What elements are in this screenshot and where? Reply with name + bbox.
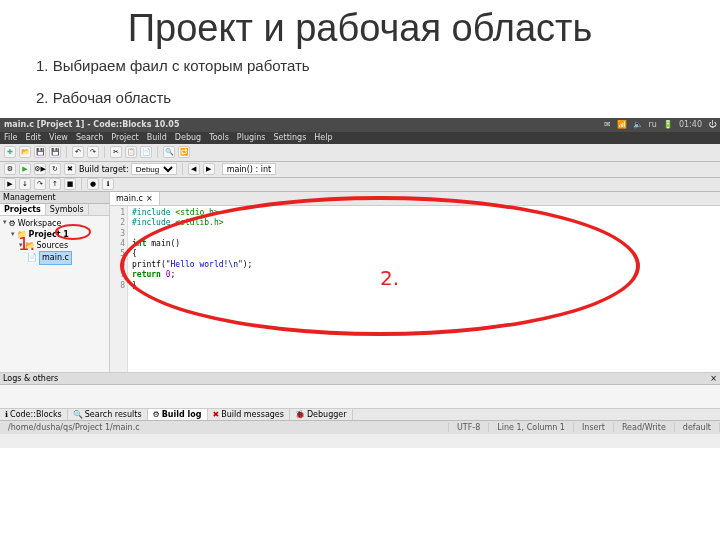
window-titlebar: main.c [Project 1] - Code::Blocks 10.05 …: [0, 118, 720, 132]
cut-icon[interactable]: ✂: [110, 146, 122, 158]
debug-toolbar: ▶ ↓ ↷ ↑ ■ ● ℹ: [0, 178, 720, 192]
build-run-icon[interactable]: ⚙▶: [34, 163, 46, 175]
code-editor[interactable]: 1 2 3 4 5 6 7 8 #include <stdio.h> #incl…: [110, 206, 720, 372]
editor-tab-mainc[interactable]: main.c ×: [110, 192, 160, 205]
debug-step-icon[interactable]: ↓: [19, 178, 31, 190]
undo-icon[interactable]: ↶: [72, 146, 84, 158]
tab-debugger[interactable]: 🐞Debugger: [290, 409, 353, 420]
status-path: /home/dusha/qs/Project 1/main.c: [0, 423, 449, 432]
tree-file-mainc[interactable]: 📄 main.c: [3, 251, 106, 264]
editor-tabs: main.c ×: [110, 192, 720, 206]
tree-project[interactable]: ▾ 📁 Project 1: [3, 229, 106, 240]
tray-icon[interactable]: 🔈: [633, 120, 643, 129]
tab-projects[interactable]: Projects: [0, 204, 46, 215]
info-icon[interactable]: ℹ: [102, 178, 114, 190]
menu-debug[interactable]: Debug: [175, 133, 201, 142]
status-profile: default: [675, 423, 720, 432]
tray-icon[interactable]: ✉: [604, 120, 611, 129]
info-icon: ℹ: [5, 410, 8, 419]
debug-step-over-icon[interactable]: ↷: [34, 178, 46, 190]
chevron-down-icon[interactable]: ▾: [19, 241, 23, 251]
tab-label: main.c: [116, 194, 143, 203]
chevron-down-icon[interactable]: ▾: [11, 230, 15, 240]
function-nav[interactable]: main() : int: [222, 163, 276, 175]
tab-symbols[interactable]: Symbols: [46, 204, 89, 215]
line-number: 7: [110, 270, 125, 280]
file-icon: 📄: [27, 252, 37, 263]
menubar: File Edit View Search Project Build Debu…: [0, 132, 720, 144]
find-icon[interactable]: 🔍: [163, 146, 175, 158]
breakpoint-icon[interactable]: ●: [87, 178, 99, 190]
x-icon: ✖: [213, 410, 220, 419]
build-target-label: Build target:: [79, 165, 129, 174]
menu-project[interactable]: Project: [111, 133, 138, 142]
bottom-tabs: ℹCode::Blocks 🔍Search results ⚙Build log…: [0, 408, 720, 420]
tab-build-log[interactable]: ⚙Build log: [148, 409, 208, 420]
bug-icon: 🐞: [295, 410, 305, 419]
replace-icon[interactable]: 🔁: [178, 146, 190, 158]
sidebar-title: Management: [0, 192, 109, 204]
system-tray: ✉ 📶 🔈 ru 🔋 01:40 ⏻: [604, 120, 716, 129]
open-file-icon[interactable]: 📂: [19, 146, 31, 158]
run-icon[interactable]: ▶: [19, 163, 31, 175]
menu-search[interactable]: Search: [76, 133, 103, 142]
tree-workspace[interactable]: ▾ ⚙ Workspace: [3, 218, 106, 229]
bottom-panel: Logs & others × ℹCode::Blocks 🔍Search re…: [0, 372, 720, 420]
close-icon[interactable]: ×: [146, 194, 153, 203]
search-icon: 🔍: [73, 410, 83, 419]
menu-tools[interactable]: Tools: [209, 133, 229, 142]
line-number: 5: [110, 249, 125, 259]
toolbar-separator: [157, 146, 158, 158]
menu-edit[interactable]: Edit: [25, 133, 41, 142]
menu-help[interactable]: Help: [314, 133, 332, 142]
sidebar-tabs: Projects Symbols: [0, 204, 109, 216]
tree-label: Workspace: [18, 218, 62, 229]
paste-icon[interactable]: 📄: [140, 146, 152, 158]
nav-fwd-icon[interactable]: ▶: [203, 163, 215, 175]
abort-icon[interactable]: ✖: [64, 163, 76, 175]
line-number: 1: [110, 208, 125, 218]
tree-sources[interactable]: ▾ 📂 Sources: [3, 240, 106, 251]
redo-icon[interactable]: ↷: [87, 146, 99, 158]
tab-search-results[interactable]: 🔍Search results: [68, 409, 148, 420]
close-icon[interactable]: ×: [710, 374, 717, 383]
save-all-icon[interactable]: 💾: [49, 146, 61, 158]
build-target-select[interactable]: Debug: [131, 163, 177, 175]
code-content: #include <stdio.h> #include <stdlib.h> i…: [128, 206, 256, 372]
tray-time[interactable]: 01:40: [679, 120, 702, 129]
bottom-panel-title: Logs & others ×: [0, 373, 720, 385]
folder-icon: 📂: [25, 240, 35, 251]
status-insert: Insert: [574, 423, 614, 432]
save-icon[interactable]: 💾: [34, 146, 46, 158]
main-toolbar: ✚ 📂 💾 💾 ↶ ↷ ✂ 📋 📄 🔍 🔁: [0, 144, 720, 162]
copy-icon[interactable]: 📋: [125, 146, 137, 158]
rebuild-icon[interactable]: ↻: [49, 163, 61, 175]
tab-codeblocks[interactable]: ℹCode::Blocks: [0, 409, 68, 420]
editor-area: main.c × 1 2 3 4 5 6 7 8 #include <stdio…: [110, 192, 720, 372]
tray-icon[interactable]: 🔋: [663, 120, 673, 129]
line-number: 6: [110, 260, 125, 270]
tray-icon[interactable]: 📶: [617, 120, 627, 129]
menu-plugins[interactable]: Plugins: [237, 133, 266, 142]
sidebar: Management Projects Symbols ▾ ⚙ Workspac…: [0, 192, 110, 372]
line-number: 3: [110, 229, 125, 239]
panel-title-label: Logs & others: [3, 374, 58, 383]
tray-lang[interactable]: ru: [649, 120, 657, 129]
menu-view[interactable]: View: [49, 133, 68, 142]
build-icon[interactable]: ⚙: [4, 163, 16, 175]
menu-build[interactable]: Build: [147, 133, 167, 142]
nav-back-icon[interactable]: ◀: [188, 163, 200, 175]
toolbar-separator: [81, 178, 82, 190]
debug-stop-icon[interactable]: ■: [64, 178, 76, 190]
tab-build-messages[interactable]: ✖Build messages: [208, 409, 290, 420]
slide-point-2: 2. Рабочая область: [0, 86, 720, 110]
chevron-down-icon[interactable]: ▾: [3, 218, 7, 228]
line-gutter: 1 2 3 4 5 6 7 8: [110, 206, 128, 372]
menu-settings[interactable]: Settings: [274, 133, 307, 142]
debug-step-out-icon[interactable]: ↑: [49, 178, 61, 190]
tray-power-icon[interactable]: ⏻: [708, 120, 716, 129]
menu-file[interactable]: File: [4, 133, 17, 142]
toolbar-separator: [182, 163, 183, 175]
new-file-icon[interactable]: ✚: [4, 146, 16, 158]
debug-start-icon[interactable]: ▶: [4, 178, 16, 190]
